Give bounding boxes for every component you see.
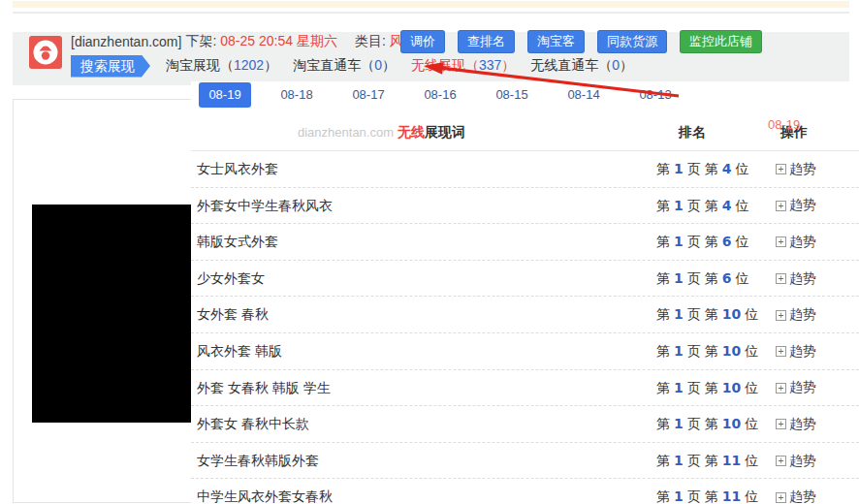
rank-cell: 第1页第4位 [654,188,751,225]
header-action-button[interactable]: 查排名 [458,30,515,53]
divider [13,12,849,14]
rank-cell: 第1页第4位 [654,151,751,188]
expand-plus-icon: + [776,201,786,211]
expand-plus-icon: + [776,273,786,284]
trend-label: 趋势 [789,343,816,361]
keyword-cell[interactable]: 韩版女式外套 [197,224,278,261]
header-action-button[interactable]: 监控此店铺 [680,30,762,53]
trend-button[interactable]: + 趋势 [776,297,816,333]
table-row: 外套女 春秋中长款 第1页第10位 + 趋势 [191,406,859,443]
table-row: 女外套 春秋 第1页第10位 + 趋势 [191,297,859,333]
table-header: dianzhentan.com 无线展现词 排名 操作 08-19 [191,113,859,151]
rank-cell: 第1页第10位 [654,333,760,370]
table-row: 风衣外套 韩版 第1页第10位 + 趋势 [191,333,859,370]
date-tab[interactable]: 08-16 [414,82,466,108]
rank-cell: 第1页第10位 [654,370,760,407]
keyword-cell[interactable]: 外套 女春秋 韩版 学生 [197,370,331,407]
offshelf-time: 08-25 20:54 星期六 [220,33,337,50]
trend-button[interactable]: + 趋势 [776,406,816,443]
shop-id: [dianzhentan.com] [71,34,181,49]
keyword-cell[interactable]: 中学生风衣外套女春秋 [197,479,333,504]
table-row: 少女外套女 第1页第6位 + 趋势 [191,261,859,298]
section-tab[interactable]: 淘宝直通车 （0） [293,57,396,75]
trend-label: 趋势 [789,453,816,470]
trend-label: 趋势 [789,161,816,178]
expand-plus-icon: + [776,419,786,429]
header-action-button[interactable]: 调价 [400,30,445,53]
table-row: 中学生风衣外套女春秋 第1页第11位 + 趋势 [191,479,859,504]
keyword-ranking-panel: 08-19 08-18 08-17 08-16 08-15 08-14 08-1… [191,81,859,504]
section-tab-label: 无线展现 [411,57,465,75]
rank-cell: 第1页第6位 [654,224,751,261]
expand-plus-icon: + [776,310,786,321]
expand-plus-icon: + [776,346,786,357]
keyword-cell[interactable]: 外套女中学生春秋风衣 [197,188,333,225]
trend-button[interactable]: + 趋势 [776,333,816,370]
section-tabs: 搜索展现 淘宝展现 （1202） 淘宝直通车 （0） 无线展现 （337） 无线… [71,54,633,78]
keyword-cell[interactable]: 风衣外套 韩版 [197,333,282,370]
trend-button[interactable]: + 趋势 [776,479,816,504]
table-title: dianzhentan.com 无线展现词 [298,113,465,151]
keyword-cell[interactable]: 女士风衣外套 [197,151,278,188]
keyword-cell[interactable]: 外套女 春秋中长款 [197,406,309,443]
rank-cell: 第1页第11位 [654,479,760,504]
expand-plus-icon: + [776,456,786,466]
rank-column-header: 排名 [679,113,706,151]
trend-button[interactable]: + 趋势 [776,188,816,225]
table-row: 外套女中学生春秋风衣 第1页第4位 + 趋势 [191,188,859,225]
date-tab[interactable]: 08-17 [342,82,395,108]
section-tab-count: （337） [465,57,515,75]
date-tab[interactable]: 08-19 [199,82,251,108]
shop-title-row: [dianzhentan.com] 下架: 08-25 20:54 星期六 类目… [71,29,421,54]
date-tab[interactable]: 08-18 [270,82,323,108]
rank-cell: 第1页第10位 [654,406,760,443]
trend-label: 趋势 [789,306,816,324]
section-tab-count: （0） [361,57,396,75]
rank-cell: 第1页第6位 [654,261,751,298]
date-tab[interactable]: 08-13 [629,82,682,108]
section-tab[interactable]: 淘宝展现 （1202） [166,57,277,75]
section-tab-label: 搜索展现 [80,55,135,78]
trend-button[interactable]: + 趋势 [776,224,816,261]
keyword-cell[interactable]: 女学生春秋韩版外套 [197,443,319,480]
trend-label: 趋势 [789,234,816,251]
expand-plus-icon: + [776,164,786,174]
trend-label: 趋势 [789,197,816,214]
trend-button[interactable]: + 趋势 [776,443,816,480]
trend-label: 趋势 [789,416,816,433]
trend-label: 趋势 [789,379,816,396]
section-tab-label: 淘宝展现 [166,57,220,75]
date-tabs: 08-19 08-18 08-17 08-16 08-15 08-14 08-1… [199,82,682,108]
table-row: 女学生春秋韩版外套 第1页第11位 + 趋势 [191,443,859,480]
expand-plus-icon: + [776,383,786,394]
category-label: 类目: [355,33,386,50]
trend-label: 趋势 [789,270,816,288]
header-action-button[interactable]: 同款货源 [597,30,667,53]
section-tab-count: （1202） [220,57,277,75]
expand-plus-icon: + [776,492,786,503]
section-tab[interactable]: 无线直通车 （0） [530,57,633,75]
trend-button[interactable]: + 趋势 [776,370,816,407]
notification-bar [13,1,849,8]
section-tab[interactable]: 无线展现 （337） [411,57,515,75]
keyword-table-rows: 女士风衣外套 第1页第4位 + 趋势 外套女中学生春秋风衣 第1页第4位 + 趋… [191,151,859,504]
header-action-buttons: 调价 查排名 淘宝客 同款货源 监控此店铺 [400,30,762,53]
ops-date-overlay: 08-19 [768,117,800,132]
trend-button[interactable]: + 趋势 [776,261,816,298]
table-row: 韩版女式外套 第1页第6位 + 趋势 [191,224,859,261]
date-tab[interactable]: 08-15 [486,82,538,108]
keyword-cell[interactable]: 女外套 春秋 [197,297,269,333]
rank-cell: 第1页第11位 [654,443,760,480]
section-tab-label: 淘宝直通车 [293,57,361,75]
keyword-cell[interactable]: 少女外套女 [197,261,265,298]
expand-plus-icon: + [776,236,786,247]
table-row: 女士风衣外套 第1页第4位 + 趋势 [191,151,859,188]
offshelf-label: 下架: [185,33,216,50]
rank-cell: 第1页第10位 [654,297,760,333]
date-tab[interactable]: 08-14 [557,82,610,108]
trend-button[interactable]: + 趋势 [776,151,816,188]
shop-avatar-icon [29,36,62,69]
section-tab-count: （0） [598,57,633,75]
section-tab[interactable]: 搜索展现 [71,55,150,78]
header-action-button[interactable]: 淘宝客 [527,30,585,53]
